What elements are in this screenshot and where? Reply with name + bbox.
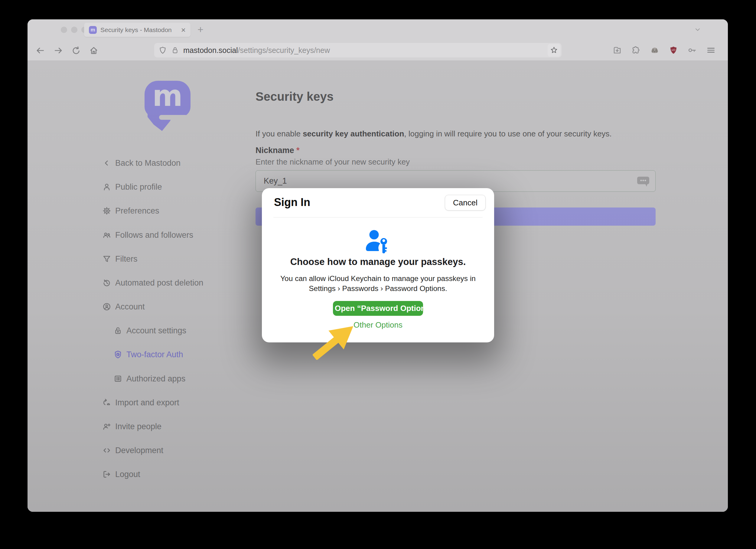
sidebar-item-public-profile[interactable]: Public profile — [102, 180, 162, 194]
sidebar-item-preferences[interactable]: Preferences — [102, 204, 159, 217]
gear-icon — [102, 206, 112, 216]
people-group-icon — [102, 230, 112, 240]
url-bar[interactable]: mastodon.social/settings/security_keys/n… — [154, 43, 562, 57]
window-controls — [61, 27, 88, 33]
reload-button[interactable] — [71, 45, 82, 56]
password-key-icon[interactable] — [686, 44, 698, 56]
input-suggestion-bubble-icon[interactable] — [637, 176, 650, 187]
privacy-badger-icon[interactable] — [649, 44, 661, 56]
home-button[interactable] — [88, 45, 99, 56]
sidebar-item-label: Import and export — [115, 398, 179, 407]
list-icon — [113, 374, 123, 384]
sidebar-item-label: Logout — [115, 470, 140, 479]
nickname-hint: Enter the nickname of your new security … — [256, 157, 410, 167]
lock-icon — [113, 326, 123, 335]
sidebar-item-filters[interactable]: Filters — [102, 252, 138, 266]
sidebar-item-two-factor-auth[interactable]: Two-factor Auth — [113, 348, 183, 361]
browser-toolbar: mastodon.social/settings/security_keys/n… — [28, 40, 728, 61]
sidebar-item-logout[interactable]: Logout — [102, 468, 140, 481]
person-plus-icon — [102, 422, 112, 431]
nickname-label: Nickname * — [256, 146, 300, 155]
sidebar-item-label: Authorized apps — [126, 374, 185, 384]
sidebar-item-label: Development — [115, 446, 163, 455]
bookmark-star-button[interactable] — [548, 44, 560, 57]
open-password-options-button[interactable]: Open “Password Options” — [333, 301, 423, 316]
passkey-person-key-icon — [363, 229, 393, 255]
dialog-body-text: You can allow iCloud Keychain to manage … — [262, 273, 494, 293]
import-export-icon — [102, 398, 112, 407]
logout-icon — [102, 469, 112, 479]
sidebar-item-label: Back to Mastodon — [115, 158, 181, 168]
passkey-sign-in-dialog: Sign In Cancel Choose how to manage your… — [262, 188, 494, 342]
sidebar-item-development[interactable]: Development — [102, 444, 163, 457]
back-button[interactable] — [35, 45, 46, 56]
hamburger-menu-icon[interactable] — [705, 44, 717, 56]
other-options-link[interactable]: Other Options — [262, 320, 494, 330]
page-title: Security keys — [256, 90, 334, 103]
required-asterisk: * — [296, 146, 300, 155]
cancel-button[interactable]: Cancel — [445, 195, 486, 211]
page-content: m Back to Mastodon Public profile Prefer… — [28, 61, 728, 512]
toolbar-extension-icons: uO — [611, 44, 717, 56]
sidebar-item-import-and-export[interactable]: Import and export — [102, 396, 179, 409]
svg-text:uO: uO — [672, 48, 675, 51]
shield-clock-icon — [113, 350, 123, 359]
person-circle-icon — [102, 302, 112, 312]
sidebar-item-follows-and-followers[interactable]: Follows and followers — [102, 228, 193, 242]
intro-text: If you enable security key authenticatio… — [256, 129, 612, 139]
list-all-tabs-chevron-icon[interactable] — [693, 26, 702, 33]
close-window-button[interactable] — [61, 27, 67, 33]
minimize-window-button[interactable] — [71, 27, 77, 33]
sidebar-item-label: Account settings — [126, 326, 186, 335]
sidebar-item-invite-people[interactable]: Invite people — [102, 420, 161, 433]
downloads-icon[interactable] — [611, 44, 623, 56]
sidebar-item-account[interactable]: Account — [102, 300, 145, 313]
sidebar-item-authorized-apps[interactable]: Authorized apps — [113, 372, 185, 385]
sidebar-item-label: Invite people — [115, 422, 161, 431]
dialog-title: Sign In — [274, 196, 310, 209]
sidebar-item-label: Two-factor Auth — [126, 350, 183, 359]
sidebar-item-back-to-mastodon[interactable]: Back to Mastodon — [102, 156, 181, 170]
sidebar-item-label: Follows and followers — [115, 230, 193, 240]
tab-strip: m Security keys - Mastodon × + — [28, 19, 728, 40]
code-icon — [102, 446, 112, 455]
chevron-left-icon — [102, 158, 112, 168]
extensions-puzzle-icon[interactable] — [630, 44, 642, 56]
sidebar-item-label: Public profile — [115, 182, 162, 192]
lock-icon[interactable] — [171, 46, 179, 54]
tracking-shield-icon[interactable] — [158, 46, 167, 54]
forward-button[interactable] — [53, 45, 64, 56]
sidebar-item-automated-post-deletion[interactable]: Automated post deletion — [102, 276, 203, 289]
url-text: mastodon.social/settings/security_keys/n… — [183, 46, 330, 55]
browser-window: m Security keys - Mastodon × + — [28, 19, 728, 512]
sidebar-item-account-settings[interactable]: Account settings — [113, 324, 186, 337]
sidebar-item-label: Account — [115, 302, 145, 312]
new-tab-button[interactable]: + — [197, 24, 204, 35]
funnel-icon — [102, 254, 112, 264]
ublock-origin-icon[interactable]: uO — [667, 44, 679, 56]
sidebar-item-label: Automated post deletion — [115, 278, 203, 288]
tab-title: Security keys - Mastodon — [100, 26, 178, 34]
history-clock-icon — [102, 278, 112, 288]
close-tab-icon[interactable]: × — [181, 26, 186, 34]
sidebar-item-label: Filters — [115, 254, 138, 264]
browser-tab[interactable]: m Security keys - Mastodon × — [84, 23, 191, 37]
mastodon-favicon-icon: m — [89, 26, 97, 34]
mastodon-logo-icon: m — [145, 81, 191, 132]
dialog-heading: Choose how to manage your passkeys. — [262, 257, 494, 267]
person-icon — [102, 182, 112, 192]
sidebar-item-label: Preferences — [115, 206, 159, 216]
